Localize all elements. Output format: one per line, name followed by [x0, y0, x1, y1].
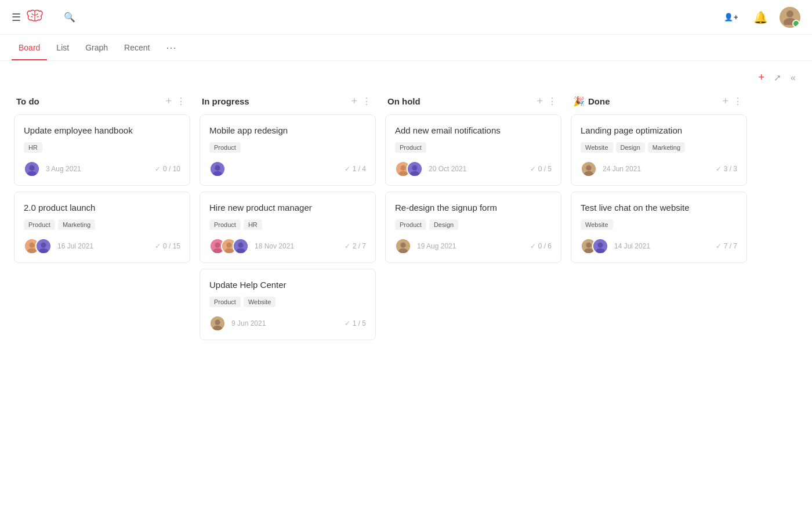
tag: Design — [616, 142, 645, 153]
card-tasks: ✓ 0 / 5 — [530, 165, 552, 173]
svg-point-19 — [226, 243, 231, 248]
column-icon: 🎉 — [573, 96, 585, 107]
card-title: Mobile app redesign — [209, 125, 366, 135]
board: To do + ⋮ Update employee handbook HR 3 … — [0, 91, 812, 360]
tag: Website — [581, 142, 613, 153]
card-title: Landing page optimization — [581, 125, 737, 135]
tag: Product — [209, 219, 241, 230]
tag: Product — [395, 219, 426, 230]
check-icon: ✓ — [155, 242, 161, 250]
card[interactable]: Landing page optimization WebsiteDesignM… — [571, 114, 747, 186]
column-more-button[interactable]: ⋮ — [360, 96, 374, 107]
expand-board-button[interactable]: ➚ — [771, 71, 784, 84]
svg-point-25 — [215, 320, 220, 325]
check-icon: ✓ — [530, 242, 536, 250]
task-count: 3 / 3 — [724, 165, 737, 173]
card-tags: Website — [581, 219, 737, 230]
invite-people-button[interactable]: 👤+ — [724, 13, 742, 21]
menu-icon[interactable]: ☰ — [12, 11, 21, 24]
search-area[interactable]: 🔍 — [64, 12, 79, 23]
check-icon: ✓ — [530, 165, 536, 173]
column-title: In progress — [202, 96, 349, 106]
check-icon: ✓ — [345, 242, 350, 250]
svg-point-10 — [41, 243, 46, 248]
card[interactable]: Re-design the signup form ProductDesign … — [385, 192, 561, 263]
card-avatars — [581, 161, 597, 177]
avatar — [581, 161, 597, 177]
card-tasks: ✓ 1 / 4 — [345, 165, 366, 173]
svg-point-43 — [597, 243, 603, 248]
card-avatars — [209, 315, 226, 332]
card-date: 20 Oct 2021 — [429, 165, 530, 173]
header: ☰ 🔍 👤+ 🔔 — [0, 0, 812, 35]
card[interactable]: Update employee handbook HR 3 Aug 2021 ✓… — [14, 114, 190, 186]
column-add-button[interactable]: + — [163, 95, 174, 107]
card-tags: Product — [209, 142, 366, 153]
column-add-button[interactable]: + — [534, 95, 545, 107]
svg-point-28 — [400, 165, 405, 171]
collapse-board-button[interactable]: « — [788, 71, 798, 84]
search-icon: 🔍 — [64, 12, 75, 23]
tag: HR — [24, 142, 42, 153]
card-tags: ProductHR — [209, 219, 366, 230]
card-footer: 16 Jul 2021 ✓ 0 / 15 — [24, 238, 180, 254]
svg-point-13 — [215, 165, 220, 171]
avatar — [407, 161, 423, 177]
header-left: ☰ 🔍 — [12, 9, 79, 26]
card-title: Test live chat on the website — [581, 203, 737, 212]
card-title: 2.0 product launch — [24, 203, 180, 212]
avatar — [233, 238, 249, 254]
logo[interactable] — [27, 9, 46, 26]
card-tasks: ✓ 1 / 5 — [345, 319, 366, 327]
column-title: On hold — [387, 96, 534, 106]
avatar — [209, 161, 226, 177]
header-right: 👤+ 🔔 — [724, 7, 800, 28]
column-done: 🎉Done + ⋮ Landing page optimization Webs… — [566, 91, 752, 346]
card[interactable]: Mobile app redesign Product ✓ 1 / 4 — [200, 114, 376, 186]
column-add-button[interactable]: + — [720, 95, 731, 107]
tab-recent[interactable]: Recent — [117, 35, 157, 60]
bell-icon[interactable]: 🔔 — [753, 10, 768, 24]
column-add-button[interactable]: + — [349, 95, 360, 107]
card[interactable]: Add new email notifications Product 20 O… — [385, 114, 561, 186]
tab-board[interactable]: Board — [12, 35, 47, 60]
column-more-button[interactable]: ⋮ — [174, 96, 188, 107]
invite-icon: 👤+ — [724, 13, 738, 21]
column-inprogress: In progress + ⋮ Mobile app redesign Prod… — [195, 91, 380, 346]
card-date: 24 Jun 2021 — [603, 165, 716, 173]
card-date: 19 Aug 2021 — [417, 242, 530, 250]
tab-list[interactable]: List — [49, 35, 76, 60]
card[interactable]: 2.0 product launch ProductMarketing 16 J… — [14, 192, 190, 263]
card-tags: ProductWebsite — [209, 297, 366, 307]
user-avatar[interactable] — [780, 7, 800, 28]
card-date: 18 Nov 2021 — [255, 242, 345, 250]
avatar — [209, 315, 226, 332]
tab-graph[interactable]: Graph — [78, 35, 115, 60]
card-title: Re-design the signup form — [395, 203, 552, 212]
check-icon: ✓ — [345, 319, 350, 327]
card[interactable]: Hire new product manager ProductHR 18 No… — [200, 192, 376, 263]
card-tags: ProductMarketing — [24, 219, 180, 230]
tag: Design — [429, 219, 458, 230]
tag: HR — [244, 219, 262, 230]
projects-header: + ➚ « — [0, 61, 812, 91]
card[interactable]: Update Help Center ProductWebsite 9 Jun … — [200, 269, 376, 340]
column-more-button[interactable]: ⋮ — [545, 96, 559, 107]
add-project-button[interactable]: + — [756, 70, 767, 85]
column-onhold: On hold + ⋮ Add new email notifications … — [380, 91, 566, 346]
card-tags: HR — [24, 142, 180, 153]
card-tags: ProductDesign — [395, 219, 552, 230]
svg-point-4 — [29, 165, 34, 171]
nav-more-icon[interactable]: ⋯ — [161, 35, 181, 60]
avatar — [395, 238, 411, 254]
card-date: 9 Jun 2021 — [231, 319, 345, 327]
column-header: To do + ⋮ — [14, 91, 190, 114]
column-more-button[interactable]: ⋮ — [731, 96, 745, 107]
tag: Website — [244, 297, 276, 307]
card-tags: WebsiteDesignMarketing — [581, 142, 737, 153]
task-count: 1 / 5 — [353, 319, 366, 327]
card[interactable]: Test live chat on the website Website 14… — [571, 192, 747, 263]
card-title: Update employee handbook — [24, 125, 180, 135]
task-count: 0 / 15 — [163, 242, 180, 250]
task-count: 2 / 7 — [353, 242, 366, 250]
